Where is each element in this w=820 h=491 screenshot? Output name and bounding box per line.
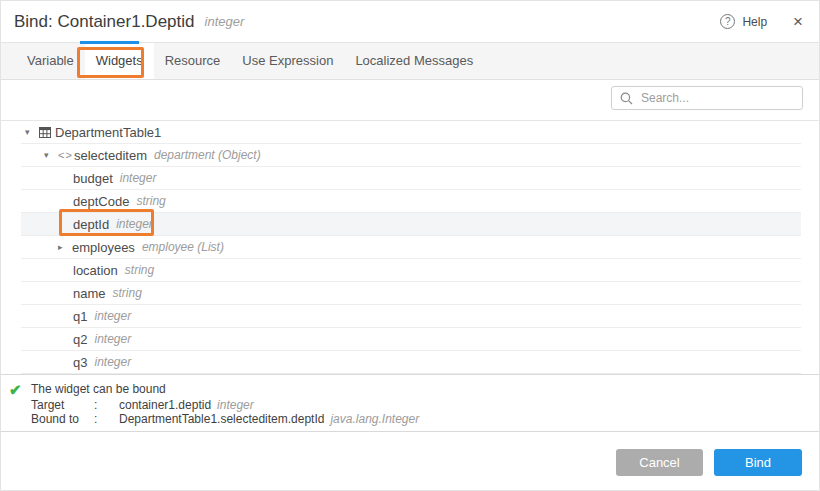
annotation-box-widgets-tab <box>77 47 144 78</box>
tree-node-label: q2 <box>73 332 87 347</box>
chevron-down-icon[interactable]: ▾ <box>25 127 39 137</box>
status-target-value: container1.deptid <box>119 398 211 412</box>
tree-row-selecteditem[interactable]: ▾ <> selecteditem department (Object) <box>21 144 801 167</box>
tree-row-location[interactable]: location string <box>21 259 801 282</box>
chevron-down-icon[interactable]: ▾ <box>44 150 58 160</box>
tree-node-type: employee (List) <box>142 240 224 254</box>
tree-row-name[interactable]: name string <box>21 282 801 305</box>
tree-row-budget[interactable]: budget integer <box>21 167 801 190</box>
tree-node-label: q3 <box>73 355 87 370</box>
tree-node-type: department (Object) <box>154 148 261 162</box>
status-boundto-type: java.lang.Integer <box>330 412 419 426</box>
help-icon[interactable]: ? <box>720 14 735 29</box>
status-target-type: integer <box>217 398 254 412</box>
tree-node-label: selecteditem <box>74 148 147 163</box>
tree-node-label: q1 <box>73 309 87 324</box>
check-icon: ✔ <box>9 382 31 431</box>
tree-node-label: DepartmentTable1 <box>55 125 161 140</box>
annotation-box-deptid-row <box>59 209 154 236</box>
tree-node-type: string <box>136 194 165 208</box>
dialog-header: Bind: Container1.Deptid integer ? Help × <box>1 1 819 43</box>
tree-node-type: string <box>125 263 154 277</box>
status-message: The widget can be bound <box>31 382 419 396</box>
status-colon: : <box>94 412 119 426</box>
tree-node-type: integer <box>94 332 131 346</box>
search-icon <box>620 92 633 105</box>
status-boundto-label: Bound to <box>31 412 94 426</box>
tree-row-q1[interactable]: q1 integer <box>21 305 801 328</box>
bind-status-panel: ✔ The widget can be bound Target : conta… <box>1 375 819 432</box>
cancel-button[interactable]: Cancel <box>616 449 703 476</box>
tree-row-q3[interactable]: q3 integer <box>21 351 801 374</box>
tree-node-type: string <box>113 286 142 300</box>
tree-row-employees[interactable]: ▸ employees employee (List) <box>21 236 801 259</box>
tree-node-label: location <box>73 263 118 278</box>
search-input[interactable] <box>639 90 798 106</box>
chevron-right-icon[interactable]: ▸ <box>58 242 72 252</box>
tab-variable[interactable]: Variable <box>16 43 85 79</box>
header-actions: ? Help × <box>720 12 803 32</box>
tree-node-type: integer <box>94 355 131 369</box>
help-label[interactable]: Help <box>742 15 767 29</box>
status-target-label: Target <box>31 398 94 412</box>
close-icon[interactable]: × <box>793 12 803 32</box>
dialog-title: Bind: Container1.Deptid <box>14 12 195 32</box>
object-icon: <> <box>58 149 74 161</box>
tree-node-label: budget <box>73 171 113 186</box>
tree-node-type: integer <box>94 309 131 323</box>
dialog-actions: Cancel Bind <box>616 449 802 476</box>
bind-dialog: { "dialog": { "title": "Bind: Container1… <box>0 0 820 491</box>
tree-row-departmenttable1[interactable]: ▾ DepartmentTable1 <box>21 121 801 144</box>
tab-resource[interactable]: Resource <box>154 43 232 79</box>
tab-use-expression[interactable]: Use Expression <box>231 43 344 79</box>
active-tab-indicator <box>80 41 139 44</box>
dialog-title-type: integer <box>205 14 245 29</box>
tab-localized-messages[interactable]: Localized Messages <box>344 43 484 79</box>
tree-node-label: employees <box>72 240 135 255</box>
status-boundto-row: Bound to : DepartmentTable1.selecteditem… <box>31 412 419 426</box>
toolbar <box>1 80 819 120</box>
status-boundto-value: DepartmentTable1.selecteditem.deptId <box>119 412 324 426</box>
bind-button[interactable]: Bind <box>714 449 802 476</box>
tree-node-label: deptCode <box>73 194 129 209</box>
search-box[interactable] <box>611 86 803 110</box>
status-lines: The widget can be bound Target : contain… <box>31 382 419 431</box>
status-target-row: Target : container1.deptid integer <box>31 398 419 412</box>
tree-node-type: integer <box>120 171 157 185</box>
status-colon: : <box>94 398 119 412</box>
table-icon <box>39 127 55 138</box>
tree-node-label: name <box>73 286 106 301</box>
widget-tree: ▾ DepartmentTable1 ▾ <> selecteditem dep… <box>1 120 819 375</box>
tree-row-q2[interactable]: q2 integer <box>21 328 801 351</box>
